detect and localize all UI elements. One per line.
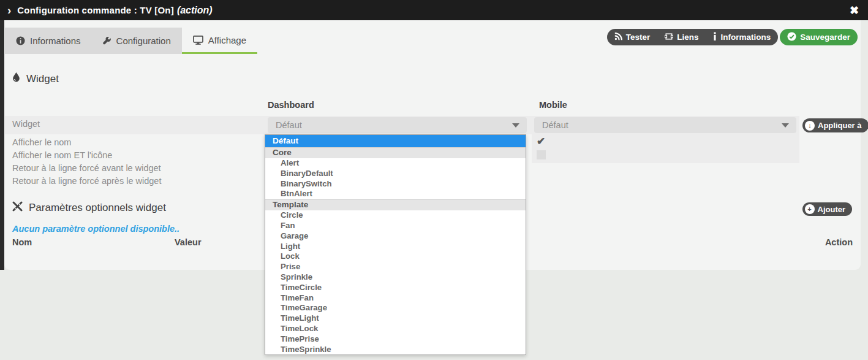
appliquer-a-button[interactable]: ↓ Appliquer à bbox=[802, 118, 868, 132]
params-section-label: Paramètres optionnels widget bbox=[29, 202, 166, 214]
dropdown-option[interactable]: Sprinkle bbox=[265, 272, 526, 283]
dropdown-group-core: Core bbox=[265, 147, 526, 158]
widget-section-label: Widget bbox=[26, 73, 59, 85]
dropdown-option[interactable]: Light bbox=[265, 242, 526, 252]
chevron-down-icon bbox=[782, 123, 789, 128]
droplet-icon bbox=[12, 72, 20, 86]
ajouter-button[interactable]: + Ajouter bbox=[802, 202, 853, 216]
dropdown-option[interactable]: Prise bbox=[265, 262, 526, 272]
dropdown-option[interactable]: TimeSprinkle bbox=[265, 345, 526, 355]
table-header-nom: Nom bbox=[12, 237, 32, 247]
option-afficher-nom-icone: Afficher le nom ET l'icône bbox=[12, 149, 161, 162]
column-header-mobile: Mobile bbox=[539, 100, 567, 110]
tab-label: Affichage bbox=[208, 35, 246, 45]
tab-informations[interactable]: Informations bbox=[5, 28, 92, 54]
ajouter-label: Ajouter bbox=[818, 205, 846, 214]
checkbox-checked[interactable]: ✔ bbox=[537, 135, 545, 148]
dropdown-option[interactable]: BinaryDefault bbox=[265, 169, 526, 179]
dropdown-option[interactable]: Circle bbox=[265, 210, 526, 221]
chevron-down-icon bbox=[512, 123, 519, 128]
dialog-title: Configuration commande : TV [On] bbox=[17, 5, 174, 15]
dialog-actions: Tester Liens Informations bbox=[607, 29, 858, 45]
dropdown-option[interactable]: Lock bbox=[265, 251, 526, 262]
no-params-message: Aucun paramètre optionnel disponible.. bbox=[12, 224, 179, 234]
option-afficher-nom: Afficher le nom bbox=[12, 136, 161, 149]
rss-icon bbox=[614, 33, 622, 42]
tab-bar: Informations Configuration Affichage bbox=[5, 28, 257, 54]
dropdown-option-defaut[interactable]: Défaut bbox=[265, 135, 526, 147]
dropdown-option[interactable]: BtnAlert bbox=[265, 189, 526, 199]
dropdown-option[interactable]: TimeLight bbox=[265, 313, 526, 324]
mobile-options-block: ✔ bbox=[532, 134, 799, 163]
checkbox-unchecked[interactable] bbox=[537, 150, 546, 159]
dialog-title-suffix: (action) bbox=[177, 5, 213, 16]
monitor-icon bbox=[193, 36, 203, 45]
dialog-titlebar: › Configuration commande : TV [On] (acti… bbox=[0, 0, 868, 20]
tab-label: Informations bbox=[30, 36, 81, 46]
dropdown-option[interactable]: Garage bbox=[265, 231, 526, 242]
wrench-icon bbox=[103, 37, 111, 45]
tools-icon bbox=[12, 201, 23, 215]
mobile-widget-select[interactable]: Défaut bbox=[534, 117, 796, 133]
sauvegarder-button[interactable]: Sauvegarder bbox=[780, 29, 858, 45]
tester-button[interactable]: Tester bbox=[607, 29, 658, 45]
informations-label: Informations bbox=[720, 33, 771, 42]
dropdown-option[interactable]: TimeCircle bbox=[265, 283, 526, 293]
left-edge-strip bbox=[0, 20, 4, 270]
chevron-right-icon: › bbox=[7, 4, 11, 16]
widget-option-labels: Afficher le nom Afficher le nom ET l'icô… bbox=[12, 136, 161, 188]
liens-button[interactable]: Liens bbox=[657, 29, 706, 45]
mobile-select-value: Défaut bbox=[542, 120, 568, 130]
arrow-circle-down-icon: ↓ bbox=[805, 121, 815, 131]
dropdown-option[interactable]: TimeGarage bbox=[265, 303, 526, 313]
table-header-valeur: Valeur bbox=[175, 237, 202, 247]
tab-affichage[interactable]: Affichage bbox=[182, 28, 257, 54]
tester-label: Tester bbox=[626, 33, 651, 42]
dropdown-option[interactable]: TimePrise bbox=[265, 334, 526, 345]
option-retour-apres: Retour à la ligne forcé après le widget bbox=[12, 175, 161, 188]
liens-label: Liens bbox=[677, 33, 698, 42]
column-header-dashboard: Dashboard bbox=[268, 100, 314, 110]
widget-section-title: Widget bbox=[12, 72, 59, 86]
widget-row-label: Widget bbox=[12, 119, 40, 129]
sauvegarder-label: Sauvegarder bbox=[800, 33, 850, 42]
appliquer-a-label: Appliquer à bbox=[818, 121, 862, 130]
dashboard-widget-select[interactable]: Défaut bbox=[268, 117, 527, 133]
tab-configuration[interactable]: Configuration bbox=[92, 28, 182, 54]
option-retour-avant: Retour à la ligne forcé avant le widget bbox=[12, 162, 161, 175]
tab-label: Configuration bbox=[116, 36, 171, 46]
dashboard-select-value: Défaut bbox=[276, 120, 302, 130]
dropdown-option[interactable]: TimeFan bbox=[265, 293, 526, 304]
dropdown-option[interactable]: Fan bbox=[265, 221, 526, 231]
plus-circle-icon: + bbox=[805, 204, 815, 214]
dropdown-option[interactable]: BinarySwitch bbox=[265, 179, 526, 190]
close-icon[interactable]: ✖ bbox=[846, 2, 862, 18]
params-section-title: Paramètres optionnels widget bbox=[12, 201, 166, 215]
dropdown-option[interactable]: TimeLock bbox=[265, 324, 526, 334]
configuration-dialog: › Configuration commande : TV [On] (acti… bbox=[0, 0, 868, 360]
widget-select-dropdown: Défaut Core Alert BinaryDefault BinarySw… bbox=[265, 134, 526, 355]
table-header-action: Action bbox=[825, 237, 853, 247]
info-icon bbox=[713, 32, 717, 42]
dropdown-option[interactable]: Alert bbox=[265, 158, 526, 169]
dropdown-group-template: Template bbox=[265, 199, 526, 210]
frame-link-icon bbox=[665, 33, 673, 42]
action-button-group: Tester Liens Informations bbox=[607, 29, 779, 45]
informations-button[interactable]: Informations bbox=[706, 29, 778, 45]
check-circle-icon bbox=[787, 32, 796, 43]
info-circle-icon bbox=[16, 36, 25, 45]
